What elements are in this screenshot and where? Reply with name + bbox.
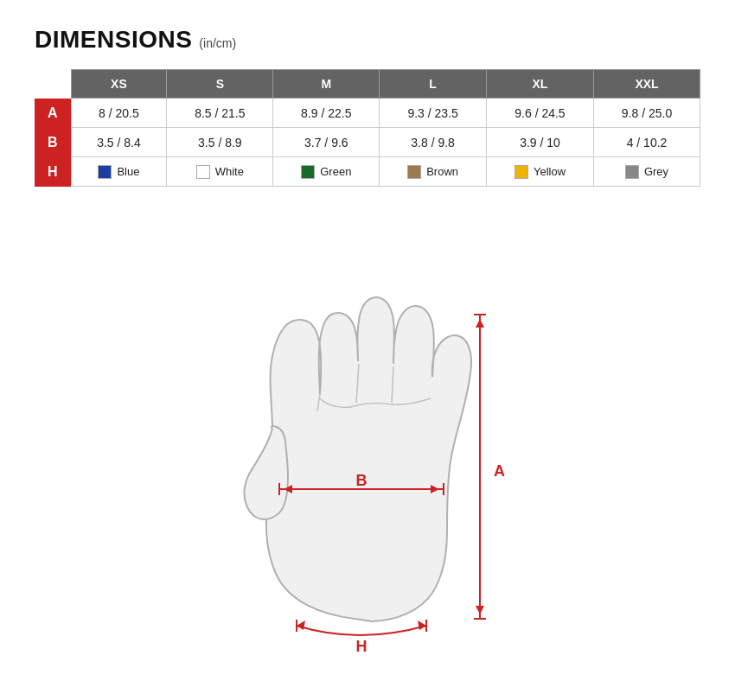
color-cell-green: Green [273, 157, 380, 187]
table-row: B3.5 / 8.43.5 / 8.93.7 / 9.63.8 / 9.83.9… [35, 128, 700, 157]
color-swatch [625, 165, 639, 179]
cell-a-3: 9.3 / 23.5 [380, 99, 487, 128]
dimension-a: A [474, 315, 505, 619]
b-label: B [356, 472, 368, 489]
cell-a-0: 8 / 20.5 [71, 99, 167, 128]
cell-b-1: 3.5 / 8.9 [167, 128, 273, 157]
svg-marker-11 [476, 319, 484, 328]
table-header-xxl: XXL [594, 70, 700, 99]
color-label: Blue [117, 165, 139, 178]
glove-diagram-area: B A H [35, 221, 700, 653]
color-cell-blue: Blue [71, 157, 167, 187]
svg-marker-16 [418, 620, 426, 630]
table-row: A8 / 20.58.5 / 21.58.9 / 22.59.3 / 23.59… [35, 99, 700, 128]
table-header-m: M [273, 70, 380, 99]
h-label: H [356, 638, 368, 653]
color-swatch [301, 165, 315, 179]
table-header-s: S [167, 70, 273, 99]
table-row: HBlueWhiteGreenBrownYellowGrey [35, 157, 700, 187]
cell-a-2: 8.9 / 22.5 [273, 99, 380, 128]
color-label: Brown [426, 165, 458, 178]
table-header-xs: XS [71, 70, 167, 99]
cell-b-0: 3.5 / 8.4 [71, 128, 167, 157]
table-header-l: L [380, 70, 487, 99]
color-cell-grey: Grey [594, 157, 700, 187]
table-header-xl: XL [486, 70, 593, 99]
title-main: DIMENSIONS [35, 26, 192, 54]
table-header-empty [35, 70, 71, 99]
cell-b-5: 4 / 10.2 [594, 128, 700, 157]
row-label-b: B [35, 128, 71, 157]
cell-b-2: 3.7 / 9.6 [273, 128, 380, 157]
dimensions-table: XSSMLXLXXL A8 / 20.58.5 / 21.58.9 / 22.5… [35, 69, 700, 187]
color-cell-white: White [167, 157, 273, 187]
title-sub: (in/cm) [199, 36, 236, 50]
page-title-area: DIMENSIONS (in/cm) [35, 26, 700, 54]
row-label-h: H [35, 157, 71, 187]
glove-outline [245, 297, 472, 621]
a-label: A [494, 462, 505, 480]
color-cell-yellow: Yellow [486, 157, 593, 187]
cell-b-3: 3.8 / 9.8 [380, 128, 487, 157]
color-label: White [215, 165, 244, 178]
row-label-a: A [35, 99, 71, 128]
cell-a-1: 8.5 / 21.5 [167, 99, 273, 128]
dimension-h: H [297, 620, 426, 653]
color-label: Green [320, 165, 351, 178]
cell-a-4: 9.6 / 24.5 [486, 99, 593, 128]
color-swatch [514, 165, 528, 179]
color-label: Grey [644, 165, 668, 178]
glove-diagram-svg: B A H [186, 221, 549, 653]
color-label: Yellow [534, 165, 566, 178]
color-swatch [196, 165, 210, 179]
svg-marker-12 [476, 606, 484, 614]
cell-b-4: 3.9 / 10 [486, 128, 593, 157]
color-swatch [407, 165, 421, 179]
cell-a-5: 9.8 / 25.0 [594, 99, 700, 128]
color-swatch [98, 165, 112, 179]
color-cell-brown: Brown [380, 157, 487, 187]
